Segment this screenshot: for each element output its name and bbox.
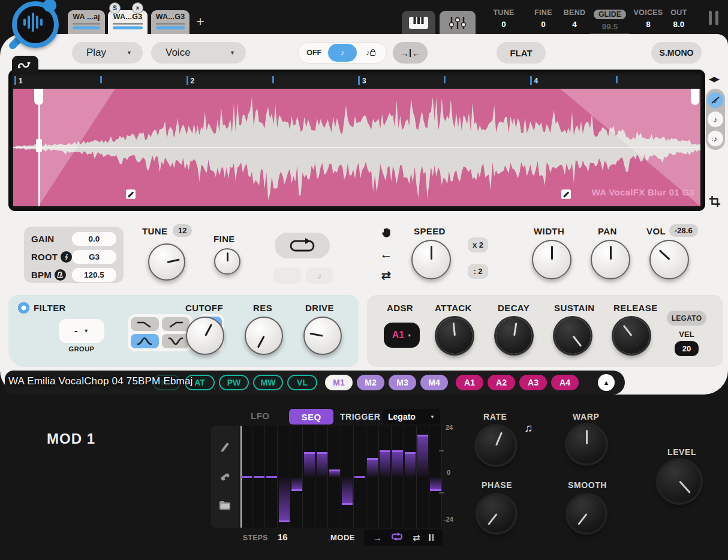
amp-env-a3[interactable]: A3 (519, 375, 547, 390)
global-voices[interactable]: VOICES 8 (630, 8, 667, 29)
rate-knob[interactable] (477, 426, 515, 465)
pause-icon[interactable] (709, 11, 718, 25)
global-fine[interactable]: FINE 0 (528, 8, 559, 29)
pan-knob[interactable] (591, 240, 630, 279)
seq-step-bar[interactable] (266, 476, 277, 478)
mode-pingpong-button[interactable]: ⇄ (413, 532, 420, 543)
loop-sub-note[interactable]: ♪ (306, 267, 333, 284)
width-knob[interactable] (532, 240, 571, 279)
smooth-knob[interactable] (568, 495, 605, 532)
vol-value[interactable]: -28.6 (669, 224, 698, 237)
snap-grid-button[interactable]: ♪⋮ (708, 131, 723, 146)
seq-step-bar[interactable] (430, 477, 441, 491)
seq-step-bar[interactable] (304, 452, 315, 477)
seq-step-bar[interactable] (317, 452, 327, 477)
sync-note-button[interactable]: ♪ (328, 44, 356, 62)
snap-off-button[interactable]: ♪ (708, 92, 723, 108)
seq-step-bar[interactable] (279, 477, 290, 522)
mod-slot-m3[interactable]: M3 (389, 375, 416, 390)
filter-group-dropdown[interactable]: - ▼ (59, 319, 104, 343)
global-out[interactable]: OUT 8.0 (664, 8, 693, 29)
waveform-display[interactable]: 1234 WA VocalFX Blur 01 G3 (11, 72, 703, 209)
legato-button[interactable]: LEGATO (667, 311, 706, 326)
vol-knob[interactable] (649, 240, 689, 279)
sustain-knob[interactable] (555, 318, 591, 354)
decay-knob[interactable] (496, 318, 532, 354)
tune-value[interactable]: 12 (173, 224, 192, 237)
document-tab[interactable]: WA...G3S× (108, 10, 148, 34)
bpm-value[interactable]: 120.5 (72, 268, 116, 282)
mod-slot-m4[interactable]: M4 (420, 375, 448, 390)
amp-env-a1[interactable]: A1 (456, 375, 483, 390)
lowpass-button[interactable] (131, 317, 159, 331)
speed-knob[interactable] (411, 240, 451, 279)
seq-step-bar[interactable] (291, 477, 302, 491)
tab-close-badge[interactable]: × (132, 2, 143, 14)
snap-to-zero-button[interactable]: →← (393, 42, 428, 64)
speed-half-button[interactable]: : 2 (468, 264, 488, 279)
seq-step-bar[interactable] (367, 458, 378, 478)
flat-button[interactable]: FLAT (497, 42, 546, 64)
fade-in-handle[interactable] (126, 189, 136, 199)
seq-step[interactable] (341, 426, 354, 528)
end-marker-handle[interactable] (691, 89, 699, 105)
bandpass-button[interactable] (131, 334, 159, 348)
global-tune[interactable]: TUNE 0 (487, 8, 521, 29)
start-marker-handle[interactable] (34, 89, 43, 105)
level-knob[interactable] (658, 460, 700, 502)
adsr-preset-dropdown[interactable]: A1 ▼ (384, 323, 420, 348)
voice-mode-dropdown[interactable]: Voice ▼ (151, 42, 246, 64)
tab-solo-badge[interactable]: S (109, 2, 121, 14)
seq-step-bar[interactable] (392, 450, 403, 478)
seq-step-bar[interactable] (380, 450, 390, 478)
mod-source-pw[interactable]: PW (219, 375, 249, 390)
seq-tab[interactable]: SEQ (289, 409, 333, 424)
note-sync-icon[interactable]: ♫ (524, 421, 533, 435)
sync-off-button[interactable]: OFF (300, 44, 328, 62)
global-bend[interactable]: BEND 4 (559, 8, 590, 29)
waveform-canvas[interactable]: WA VocalFX Blur 01 G3 (13, 89, 700, 206)
steps-value[interactable]: 16 (278, 532, 288, 542)
seq-step-bar[interactable] (254, 476, 264, 478)
metronome-icon[interactable] (55, 269, 66, 281)
document-tab[interactable]: WA ...aj (68, 10, 105, 34)
release-knob[interactable] (613, 318, 649, 354)
seq-step-bar[interactable] (329, 469, 340, 477)
drive-knob[interactable] (303, 317, 342, 355)
reverse-arrow-icon[interactable]: ← (378, 247, 394, 261)
seq-step[interactable] (290, 426, 303, 528)
pencil-tool[interactable] (219, 442, 230, 456)
res-knob[interactable] (245, 317, 283, 355)
attack-knob[interactable] (437, 318, 473, 354)
new-tab-button[interactable]: + (196, 13, 204, 30)
phase-knob[interactable] (478, 495, 515, 532)
mod-slot-m1[interactable]: M1 (325, 375, 353, 390)
seq-step-bar[interactable] (354, 476, 365, 478)
seq-step-bar[interactable] (241, 476, 252, 478)
speed-double-button[interactable]: x 2 (468, 237, 488, 252)
global-glide[interactable]: GLIDE 99.5 (590, 8, 630, 34)
play-mode-dropdown[interactable]: Play ▼ (72, 42, 143, 64)
seq-step-bar[interactable] (405, 452, 416, 477)
tune-knob[interactable] (148, 243, 185, 281)
fine-knob[interactable] (214, 248, 240, 275)
mod-slot-m2[interactable]: M2 (357, 375, 384, 390)
lfo-tab[interactable]: LFO (251, 411, 270, 421)
loop-button[interactable] (275, 233, 330, 258)
collapse-panel-button[interactable]: ▲ (598, 374, 615, 391)
gain-value[interactable]: 0.0 (72, 232, 116, 246)
expand-lr-icon[interactable]: ◀▶ (709, 74, 718, 83)
warp-knob[interactable] (567, 425, 606, 463)
trigger-dropdown[interactable]: Legato ▼ (383, 409, 440, 424)
warp-mode-tab[interactable] (12, 56, 38, 73)
loop-sub-left[interactable] (273, 267, 301, 284)
mode-forward-button[interactable]: → (373, 532, 382, 543)
snap-soft-button[interactable]: ♪ (708, 112, 723, 127)
hand-drag-icon[interactable] (378, 227, 394, 241)
clef-icon[interactable]: ∮ (61, 251, 72, 263)
filter-enable-toggle[interactable] (18, 302, 29, 314)
start-marker-grip[interactable] (36, 139, 42, 152)
sync-note-lock-button[interactable]: ♪ (357, 44, 385, 62)
mode-hold-button[interactable] (429, 534, 434, 541)
mixer-view-toggle[interactable] (440, 11, 476, 34)
